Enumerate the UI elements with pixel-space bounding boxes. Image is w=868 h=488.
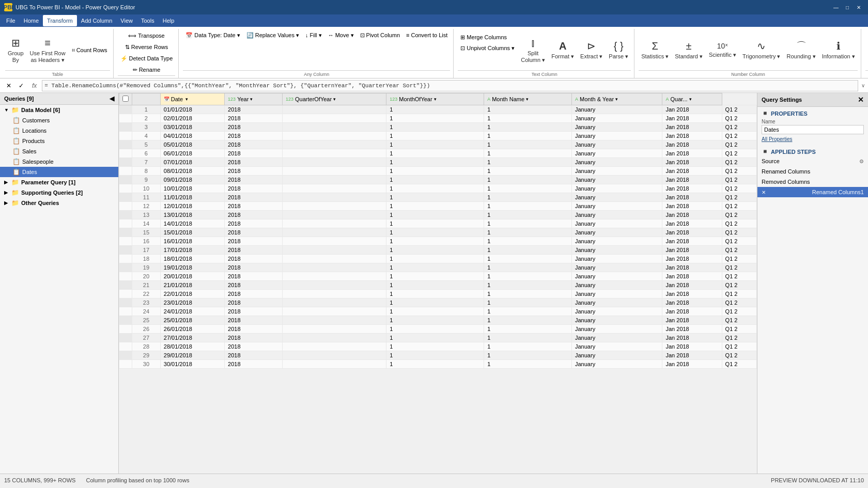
month-name-filter-icon[interactable]: ▾ bbox=[526, 97, 529, 102]
table-row[interactable]: 1212/01/2018201811JanuaryJan 2018Q1 2 bbox=[119, 202, 757, 211]
sidebar-item-other-queries[interactable]: ▶ 📁 Other Queries bbox=[0, 198, 118, 208]
use-first-row-button[interactable]: ≡ Use First Rowas Headers ▾ bbox=[27, 33, 68, 68]
format-button[interactable]: A Format ▾ bbox=[549, 33, 577, 68]
table-row[interactable]: 2323/01/2018201811JanuaryJan 2018Q1 2 bbox=[119, 298, 757, 307]
table-row[interactable]: 2727/01/2018201811JanuaryJan 2018Q1 2 bbox=[119, 334, 757, 342]
sidebar-item-products[interactable]: 📋 Products bbox=[0, 136, 118, 146]
sidebar-item-data-model[interactable]: ▼ 📁 Data Model [6] bbox=[0, 105, 118, 115]
table-row[interactable]: 2525/01/2018201811JanuaryJan 2018Q1 2 bbox=[119, 316, 757, 325]
sidebar-collapse-button[interactable]: ◀ bbox=[110, 95, 114, 102]
table-row[interactable]: 2222/01/2018201811JanuaryJan 2018Q1 2 bbox=[119, 290, 757, 298]
trigonometry-button[interactable]: ∿ Trigonometry ▾ bbox=[740, 33, 783, 68]
table-row[interactable]: 3030/01/2018201811JanuaryJan 2018Q1 2 bbox=[119, 360, 757, 369]
table-row[interactable]: 2828/01/2018201811JanuaryJan 2018Q1 2 bbox=[119, 342, 757, 351]
extract-button[interactable]: ⊳ Extract ▾ bbox=[578, 33, 605, 68]
table-row[interactable]: 2020/01/2018201811JanuaryJan 2018Q1 2 bbox=[119, 272, 757, 281]
table-row[interactable]: 2424/01/2018201811JanuaryJan 2018Q1 2 bbox=[119, 307, 757, 316]
date-button[interactable]: 📅 Date bbox=[865, 33, 868, 68]
scientific-button[interactable]: 10ˣ Scientific ▾ bbox=[706, 33, 739, 68]
all-properties-link[interactable]: All Properties bbox=[762, 136, 864, 142]
menu-tools[interactable]: Tools bbox=[137, 15, 159, 26]
step-removed-columns[interactable]: Removed Columns bbox=[757, 177, 868, 187]
step-renamed-columns[interactable]: Renamed Columns bbox=[757, 166, 868, 177]
date-filter-icon[interactable]: ▾ bbox=[185, 97, 188, 102]
month-of-year-filter-icon[interactable]: ▾ bbox=[434, 97, 437, 102]
fill-button[interactable]: ↓ Fill ▾ bbox=[303, 30, 324, 40]
step-source[interactable]: Source ⚙ bbox=[757, 156, 868, 166]
data-table-container[interactable]: 📅 Date ▾ 123 Year ▾ bbox=[119, 93, 757, 474]
convert-to-list-button[interactable]: ≡ Convert to List bbox=[404, 30, 450, 40]
query-settings-close-button[interactable]: ✕ bbox=[858, 96, 864, 104]
replace-values-button[interactable]: 🔄 Replace Values ▾ bbox=[244, 30, 302, 40]
pivot-column-button[interactable]: ⊡ Pivot Column bbox=[358, 30, 402, 40]
select-all-checkbox[interactable] bbox=[119, 93, 132, 105]
transpose-button[interactable]: ⟺ Transpose bbox=[126, 30, 167, 41]
formula-input[interactable] bbox=[42, 80, 858, 91]
data-type-button[interactable]: 📅 Data Type: Date ▾ bbox=[183, 30, 242, 40]
table-row[interactable]: 1111/01/2018201811JanuaryJan 2018Q1 2 bbox=[119, 193, 757, 202]
table-row[interactable]: 404/01/2018201811JanuaryJan 2018Q1 2 bbox=[119, 132, 757, 140]
minimize-button[interactable]: — bbox=[831, 3, 841, 11]
move-button[interactable]: ↔ Move ▾ bbox=[326, 30, 357, 40]
menu-view[interactable]: View bbox=[116, 15, 137, 26]
close-button[interactable]: ✕ bbox=[854, 3, 864, 11]
sidebar-item-parameter-query[interactable]: ▶ 📁 Parameter Query [1] bbox=[0, 177, 118, 187]
quarter-filter-icon[interactable]: ▾ bbox=[333, 97, 336, 102]
table-row[interactable]: 303/01/2018201811JanuaryJan 2018Q1 2 bbox=[119, 123, 757, 132]
table-row[interactable]: 505/01/2018201811JanuaryJan 2018Q1 2 bbox=[119, 140, 757, 149]
rounding-button[interactable]: ⌒ Rounding ▾ bbox=[784, 33, 818, 68]
menu-file[interactable]: File bbox=[2, 15, 20, 26]
table-row[interactable]: 1010/01/2018201811JanuaryJan 2018Q1 2 bbox=[119, 184, 757, 193]
detect-data-type-button[interactable]: ⚡ Detect Data Type bbox=[118, 53, 176, 64]
formula-expand-button[interactable]: ∨ bbox=[861, 83, 865, 88]
header-checkbox[interactable] bbox=[122, 96, 129, 102]
standard-button[interactable]: ± Standard ▾ bbox=[672, 33, 705, 68]
table-row[interactable]: 1717/01/2018201811JanuaryJan 2018Q1 2 bbox=[119, 246, 757, 255]
table-row[interactable]: 707/01/2018201811JanuaryJan 2018Q1 2 bbox=[119, 158, 757, 167]
date-column-header[interactable]: 📅 Date ▾ bbox=[160, 93, 224, 105]
year-filter-icon[interactable]: ▾ bbox=[250, 97, 253, 102]
sidebar-item-supporting-queries[interactable]: ▶ 📁 Supporting Queries [2] bbox=[0, 187, 118, 198]
sidebar-item-dates[interactable]: 📋 Dates bbox=[0, 167, 118, 177]
table-row[interactable]: 1919/01/2018201811JanuaryJan 2018Q1 2 bbox=[119, 263, 757, 272]
formula-confirm-button[interactable]: ✓ bbox=[16, 81, 27, 91]
menu-help[interactable]: Help bbox=[159, 15, 179, 26]
table-row[interactable]: 909/01/2018201811JanuaryJan 2018Q1 2 bbox=[119, 176, 757, 184]
year-column-header[interactable]: 123 Year ▾ bbox=[225, 93, 283, 105]
sidebar-item-salespeople[interactable]: 📋 Salespeople bbox=[0, 156, 118, 167]
step-gear-icon[interactable]: ⚙ bbox=[859, 159, 864, 164]
group-by-button[interactable]: ⊞ GroupBy bbox=[5, 33, 26, 68]
formula-cancel-button[interactable]: ✕ bbox=[3, 81, 14, 91]
table-row[interactable]: 606/01/2018201811JanuaryJan 2018Q1 2 bbox=[119, 149, 757, 158]
unpivot-columns-button[interactable]: ⊡ Unpivot Columns ▾ bbox=[458, 43, 517, 53]
menu-transform[interactable]: Transform bbox=[43, 15, 77, 26]
month-year-column-header[interactable]: A Month & Year ▾ bbox=[572, 93, 662, 105]
table-row[interactable]: 2626/01/2018201811JanuaryJan 2018Q1 2 bbox=[119, 325, 757, 334]
table-row[interactable]: 202/01/2018201811JanuaryJan 2018Q1 2 bbox=[119, 114, 757, 123]
table-row[interactable]: 1616/01/2018201811JanuaryJan 2018Q1 2 bbox=[119, 237, 757, 246]
count-rows-button[interactable]: ⌗ Count Rows bbox=[69, 45, 110, 55]
merge-columns-button[interactable]: ⊞ Merge Columns bbox=[458, 32, 517, 42]
step-renamed-columns1[interactable]: ✕ Renamed Columns1 bbox=[757, 187, 868, 197]
sidebar-item-locations[interactable]: 📋 Locations bbox=[0, 125, 118, 136]
quarter-column-header[interactable]: 123 QuarterOfYear ▾ bbox=[282, 93, 386, 105]
statistics-button[interactable]: Σ Statistics ▾ bbox=[639, 33, 671, 68]
sidebar-item-customers[interactable]: 📋 Customers bbox=[0, 115, 118, 125]
month-name-column-header[interactable]: A Month Name ▾ bbox=[484, 93, 572, 105]
parse-button[interactable]: { } Parse ▾ bbox=[606, 33, 631, 68]
table-row[interactable]: 1414/01/2018201811JanuaryJan 2018Q1 2 bbox=[119, 219, 757, 228]
table-row[interactable]: 101/01/2018201811JanuaryJan 2018Q1 2 bbox=[119, 105, 757, 114]
reverse-rows-button[interactable]: ⇅ Reverse Rows bbox=[122, 42, 171, 52]
table-row[interactable]: 2121/01/2018201811JanuaryJan 2018Q1 2 bbox=[119, 281, 757, 290]
table-row[interactable]: 1313/01/2018201811JanuaryJan 2018Q1 2 bbox=[119, 211, 757, 219]
menu-home[interactable]: Home bbox=[20, 15, 43, 26]
split-column-button[interactable]: ⫿ SplitColumn ▾ bbox=[518, 33, 548, 68]
table-row[interactable]: 808/01/2018201811JanuaryJan 2018Q1 2 bbox=[119, 167, 757, 176]
menu-add-column[interactable]: Add Column bbox=[77, 15, 117, 26]
quar-filter-icon[interactable]: ▾ bbox=[689, 97, 692, 102]
quar-column-header[interactable]: A Quar... ▾ bbox=[662, 93, 722, 105]
information-button[interactable]: ℹ Information ▾ bbox=[819, 33, 858, 68]
month-year-filter-icon[interactable]: ▾ bbox=[615, 97, 618, 102]
sidebar-item-sales[interactable]: 📋 Sales bbox=[0, 146, 118, 156]
month-of-year-column-header[interactable]: 123 MonthOfYear ▾ bbox=[386, 93, 484, 105]
